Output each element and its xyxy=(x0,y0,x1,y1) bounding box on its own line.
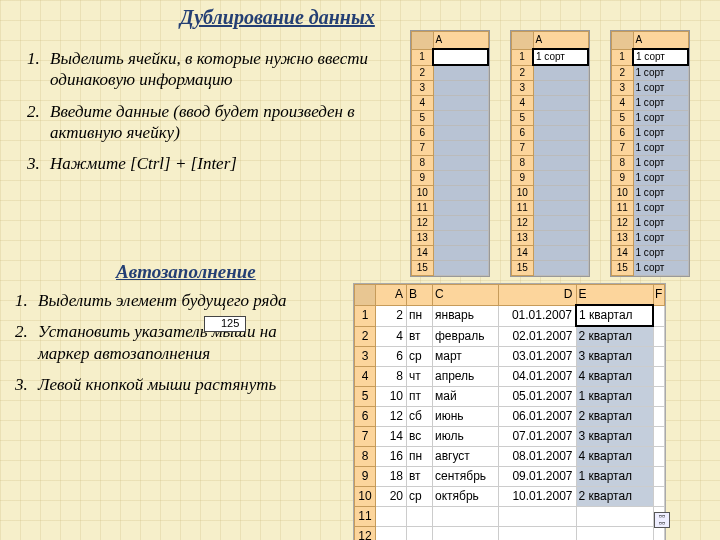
cell[interactable] xyxy=(433,231,488,246)
cell[interactable] xyxy=(533,246,588,261)
cell[interactable]: 3 квартал xyxy=(576,427,653,447)
cell[interactable] xyxy=(407,507,433,527)
cell[interactable] xyxy=(433,507,499,527)
cell[interactable] xyxy=(533,65,588,81)
cell[interactable]: сентябрь xyxy=(433,467,499,487)
cell[interactable]: май xyxy=(433,387,499,407)
cell[interactable] xyxy=(533,141,588,156)
cell[interactable] xyxy=(433,81,488,96)
cell[interactable]: 1 сорт xyxy=(633,171,688,186)
cell[interactable]: 08.01.2007 xyxy=(499,447,577,467)
cell[interactable]: 16 xyxy=(376,447,407,467)
cell[interactable]: 1 квартал xyxy=(576,305,653,326)
cell[interactable]: 1 сорт xyxy=(633,65,688,81)
autofill-handle-icon[interactable]: ▫▫▫▫ xyxy=(654,512,670,528)
cell[interactable]: 1 квартал xyxy=(576,387,653,407)
cell[interactable] xyxy=(376,527,407,541)
cell[interactable]: 20 xyxy=(376,487,407,507)
cell[interactable]: 09.01.2007 xyxy=(499,467,577,487)
cell[interactable] xyxy=(433,171,488,186)
cell[interactable] xyxy=(433,111,488,126)
cell[interactable] xyxy=(433,527,499,541)
cell[interactable]: 1 сорт xyxy=(633,111,688,126)
cell[interactable]: пт xyxy=(407,387,433,407)
cell[interactable]: ср xyxy=(407,487,433,507)
cell[interactable]: 05.01.2007 xyxy=(499,387,577,407)
cell[interactable] xyxy=(533,156,588,171)
cell[interactable]: июнь xyxy=(433,407,499,427)
cell[interactable] xyxy=(499,527,577,541)
cell[interactable] xyxy=(433,141,488,156)
cell[interactable] xyxy=(533,126,588,141)
cell[interactable]: март xyxy=(433,347,499,367)
cell[interactable]: 1 сорт xyxy=(633,186,688,201)
cell[interactable]: 1 сорт xyxy=(533,49,588,65)
cell[interactable]: 18 xyxy=(376,467,407,487)
cell[interactable]: 4 квартал xyxy=(576,367,653,387)
cell[interactable] xyxy=(533,96,588,111)
cell[interactable]: вт xyxy=(407,326,433,347)
cell[interactable] xyxy=(433,246,488,261)
cell[interactable]: вт xyxy=(407,467,433,487)
cell[interactable]: 4 квартал xyxy=(576,447,653,467)
cell[interactable] xyxy=(407,527,433,541)
cell[interactable]: февраль xyxy=(433,326,499,347)
cell[interactable]: 07.01.2007 xyxy=(499,427,577,447)
cell[interactable]: 06.01.2007 xyxy=(499,407,577,427)
cell[interactable] xyxy=(376,507,407,527)
cell[interactable] xyxy=(433,96,488,111)
cell[interactable]: октябрь xyxy=(433,487,499,507)
cell[interactable]: 2 квартал xyxy=(576,407,653,427)
cell[interactable] xyxy=(533,81,588,96)
cell[interactable] xyxy=(533,111,588,126)
cell[interactable]: 1 сорт xyxy=(633,49,688,65)
cell[interactable]: ср xyxy=(407,347,433,367)
cell[interactable] xyxy=(653,527,665,541)
cell[interactable]: 10 xyxy=(376,387,407,407)
cell[interactable] xyxy=(433,186,488,201)
cell[interactable]: вс xyxy=(407,427,433,447)
cell[interactable]: 2 xyxy=(376,305,407,326)
cell[interactable]: 1 сорт xyxy=(633,96,688,111)
cell[interactable]: июль xyxy=(433,427,499,447)
cell[interactable]: пн xyxy=(407,305,433,326)
cell[interactable]: 2 квартал xyxy=(576,487,653,507)
cell[interactable]: 04.01.2007 xyxy=(499,367,577,387)
cell[interactable] xyxy=(533,171,588,186)
cell[interactable]: чт xyxy=(407,367,433,387)
cell[interactable]: 10.01.2007 xyxy=(499,487,577,507)
cell[interactable] xyxy=(533,186,588,201)
cell[interactable] xyxy=(533,216,588,231)
cell[interactable] xyxy=(433,49,488,65)
cell[interactable]: пн xyxy=(407,447,433,467)
cell[interactable] xyxy=(433,216,488,231)
cell[interactable] xyxy=(433,201,488,216)
cell[interactable]: 1 сорт xyxy=(633,261,688,276)
cell[interactable]: 1 сорт xyxy=(633,246,688,261)
cell[interactable] xyxy=(433,65,488,81)
cell[interactable] xyxy=(433,261,488,276)
cell[interactable]: 1 сорт xyxy=(633,231,688,246)
cell[interactable] xyxy=(499,507,577,527)
cell[interactable]: 1 сорт xyxy=(633,201,688,216)
cell[interactable]: 1 сорт xyxy=(633,81,688,96)
cell[interactable]: 8 xyxy=(376,367,407,387)
cell[interactable]: август xyxy=(433,447,499,467)
cell[interactable] xyxy=(433,156,488,171)
cell[interactable]: апрель xyxy=(433,367,499,387)
cell[interactable]: 03.01.2007 xyxy=(499,347,577,367)
cell[interactable]: 3 квартал xyxy=(576,347,653,367)
cell[interactable] xyxy=(533,231,588,246)
cell[interactable]: январь xyxy=(433,305,499,326)
cell[interactable]: 14 xyxy=(376,427,407,447)
cell[interactable] xyxy=(533,201,588,216)
cell[interactable] xyxy=(576,507,653,527)
cell[interactable]: 12 xyxy=(376,407,407,427)
cell[interactable]: 1 сорт xyxy=(633,156,688,171)
cell[interactable]: 6 xyxy=(376,347,407,367)
cell[interactable]: 4 xyxy=(376,326,407,347)
cell[interactable] xyxy=(533,261,588,276)
cell[interactable]: 1 сорт xyxy=(633,216,688,231)
cell[interactable]: 1 сорт xyxy=(633,141,688,156)
cell[interactable]: 01.01.2007 xyxy=(499,305,577,326)
